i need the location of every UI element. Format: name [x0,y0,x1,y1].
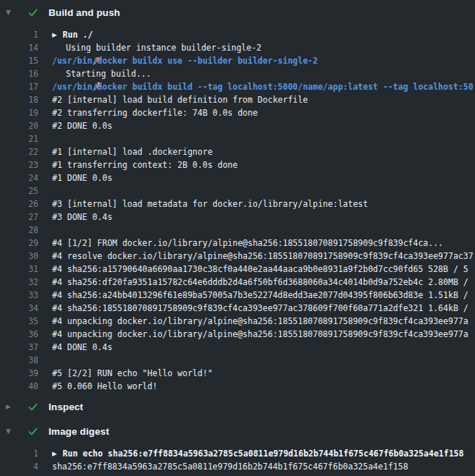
log-line: 27 ▶ #3 DONE 0.4s [0,211,475,224]
line-text: #1 [internal] load .dockerignore [52,145,213,158]
line-text: #5 [2/2] RUN echo "Hello world!" [52,367,213,380]
line-content: ▶ Starting build... [52,67,151,80]
line-number[interactable]: 26 [0,197,38,211]
log-line: 14 ▶ Using builder instance builder-sing… [0,41,475,54]
line-number[interactable]: 27 [0,211,38,224]
line-content: ▶ #2 DONE 0.0s [52,119,112,132]
line-text: #2 [internal] load build definition from… [52,93,308,106]
section-title: Inspect [49,401,83,412]
line-number[interactable]: 32 [0,276,38,289]
line-number[interactable]: 16 [0,67,38,80]
line-number[interactable]: 39 [0,367,38,380]
line-number[interactable]: 4 [0,460,38,473]
line-content: ▶ #5 0.060 Hello world! [52,380,157,393]
line-number[interactable]: 30 [0,250,38,263]
line-content: ▶ #4 sha256:185518070891758909c9f839cf4c… [52,302,468,315]
log-section-build-and-push: ▼ Build and push 1 ▶ [0,0,475,394]
log-line: 36 ▶ #4 unpacking docker.io/library/alpi… [0,328,475,341]
line-number[interactable]: 29 [0,237,38,250]
line-number[interactable]: 19 [0,106,38,119]
log-line: 31 ▶ #4 sha256:a15790640a6690aa1730c38cf… [0,263,475,276]
line-number[interactable]: 23 [0,158,38,171]
line-text: /usr/bin/docker buildx use --builder bui… [52,54,318,67]
line-text: Run ./ [63,28,93,41]
log-section-image-digest: ▼ Image digest 1 ▶ [0,419,475,475]
line-content: ▶ /usr/bin/docker buildx use --builder b… [52,54,318,67]
line-content: ▶ /usr/bin/docker buildx build --tag loc… [52,80,474,93]
line-content: ▶ #1 transferring context: 2B 0.0s done [52,158,238,171]
log-line: 4 ▶ sha256:e7ff8834a5963a2785c5a0811e979… [0,460,475,473]
line-number[interactable]: 15 [0,54,38,67]
line-number[interactable]: 25 [0,184,38,197]
line-content: ▶ Using builder instance builder-single-… [52,41,261,54]
section-toggle-icon[interactable]: ▼ [6,9,16,16]
section-log-lines: 1 ▶ Run echo sha256:e7ff8834a5963a2785c5… [0,443,475,475]
log-line: 33 ▶ #4 sha256:a24bb4013296f61e89ba57005… [0,289,475,302]
line-number[interactable]: 14 [0,41,38,54]
section-header-inspect[interactable]: ▶ Inspect [0,394,475,419]
expand-run-icon[interactable]: ▶ [52,451,57,457]
line-number[interactable]: 24 [0,171,38,184]
line-content: ▶ #4 sha256:a24bb4013296f61e89ba57005a7b… [52,289,468,302]
line-text: #4 DONE 0.4s [52,341,112,354]
line-number[interactable]: 1 [0,28,38,41]
line-number[interactable]: 33 [0,289,38,302]
check-success-icon [28,7,38,18]
section-header-image-digest[interactable]: ▼ Image digest [0,419,475,443]
section-header-build-and-push[interactable]: ▼ Build and push [0,0,475,25]
section-log-lines: 1 ▶ Run ./ 14 ▶ [0,25,475,394]
line-number[interactable]: 34 [0,302,38,315]
line-number[interactable]: 37 [0,341,38,354]
line-text: #5 0.060 Hello world! [52,380,157,393]
line-number[interactable]: 22 [0,145,38,158]
line-text: Using builder instance builder-single-2 [66,41,261,54]
log-line: 18 ▶ #2 [internal] load build definition… [0,93,475,106]
line-number[interactable]: 38 [0,354,38,367]
line-number[interactable]: 21 [0,132,38,145]
line-text: #4 sha256:a24bb4013296f61e89ba57005a7b3e… [52,289,468,302]
line-number[interactable]: 31 [0,263,38,276]
line-number[interactable]: 36 [0,328,38,341]
section-toggle-icon[interactable]: ▼ [6,428,16,435]
check-success-icon [28,401,38,412]
log-line: 34 ▶ #4 sha256:185518070891758909c9f839c… [0,302,475,315]
line-content: ▶ #1 DONE 0.0s [52,171,112,184]
line-number[interactable]: 18 [0,93,38,106]
line-content: ▶ #4 sha256:a15790640a6690aa1730c38cf0a4… [52,263,468,276]
line-text: #2 DONE 0.0s [52,119,112,132]
expand-run-icon[interactable]: ▶ [52,32,57,38]
line-number[interactable]: 35 [0,315,38,328]
runner-icon [52,69,62,79]
line-content: ▶ #4 DONE 0.4s [52,341,112,354]
log-line: 17 ▶ /usr/bin/docker buildx build --tag … [0,80,475,93]
line-text: /usr/bin/docker buildx build --tag local… [52,80,474,93]
line-text: #4 unpacking docker.io/library/alpine@sh… [52,328,468,341]
section-title: Image digest [49,426,109,437]
pushpin-icon [52,43,62,53]
line-text: #4 sha256:a15790640a6690aa1730c38cf0a440… [52,263,468,276]
line-content: ▶ Run ./ [52,28,93,41]
line-content: ▶ #4 resolve docker.io/library/alpine@sh… [52,250,474,263]
log-line: 37 ▶ #4 DONE 0.4s [0,341,475,354]
line-text: #4 resolve docker.io/library/alpine@sha2… [52,250,474,263]
line-content: ▶ #2 [internal] load build definition fr… [52,93,308,106]
line-text: #4 sha256:df20fa9351a15782c64e6dddb2d4a6… [52,276,468,289]
line-text: sha256:e7ff8834a5963a2785c5a0811e979d16b… [52,460,408,473]
line-text: #2 transferring dockerfile: 74B 0.0s don… [52,106,258,119]
log-line: 40 ▶ #5 0.060 Hello world! [0,380,475,393]
line-number[interactable]: 20 [0,119,38,132]
log-line: 22 ▶ #1 [internal] load .dockerignore [0,145,475,158]
line-content: ▶ #3 [internal] load metadata for docker… [52,197,368,211]
line-number[interactable]: 40 [0,380,38,393]
line-number[interactable]: 17 [0,80,38,93]
line-content: ▶ #3 DONE 0.4s [52,211,112,224]
log-line: 16 ▶ Starting build... [0,67,475,80]
actions-log-panel: ▼ Build and push 1 ▶ [0,0,475,476]
line-text: #3 DONE 0.4s [52,211,112,224]
line-text: Run echo sha256:e7ff8834a5963a2785c5a081… [63,447,464,460]
log-line: 32 ▶ #4 sha256:df20fa9351a15782c64e6dddb… [0,276,475,289]
line-number[interactable]: 1 [0,447,38,460]
section-toggle-icon[interactable]: ▶ [6,404,16,410]
log-line: 1 ▶ Run ./ [0,28,475,41]
line-number[interactable]: 28 [0,224,38,237]
